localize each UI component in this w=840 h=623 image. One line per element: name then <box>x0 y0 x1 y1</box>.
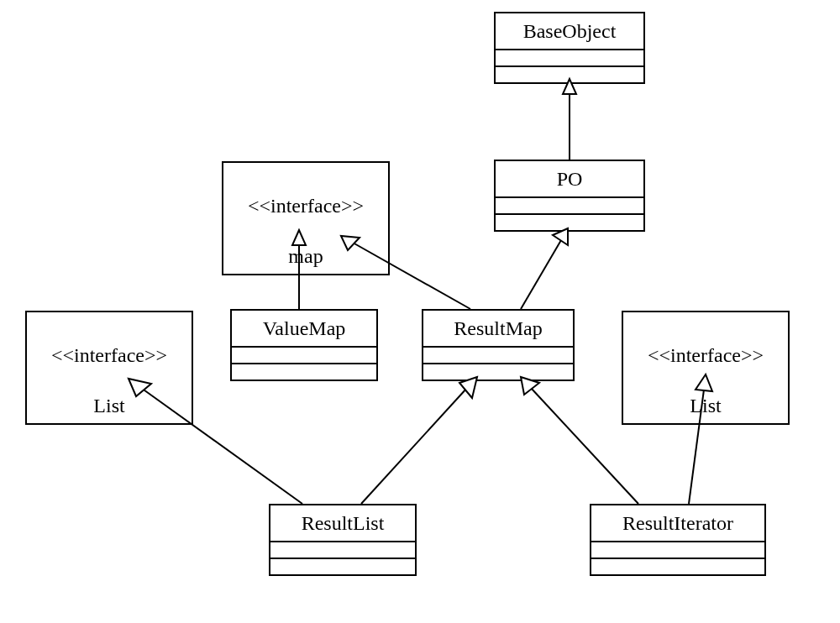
class-op-compartment <box>423 363 573 380</box>
class-attr-compartment <box>232 346 376 363</box>
class-attr-compartment <box>423 346 573 363</box>
interface-title: <<interface>> map <box>223 163 388 274</box>
class-node-baseobject: BaseObject <box>494 12 645 84</box>
interface-node-list-right: <<interface>> List <box>622 311 790 425</box>
class-op-compartment <box>496 213 643 230</box>
interface-name: List <box>690 395 721 416</box>
interface-title: <<interface>> List <box>623 312 788 423</box>
interface-node-list-left: <<interface>> List <box>25 311 193 425</box>
class-attr-compartment <box>496 196 643 213</box>
svg-line-10 <box>361 388 467 504</box>
class-attr-compartment <box>496 49 643 65</box>
class-node-resultiterator: ResultIterator <box>590 504 766 576</box>
interface-node-map: <<interface>> map <box>222 161 390 275</box>
class-attr-compartment <box>270 541 415 558</box>
class-op-compartment <box>591 558 764 574</box>
class-title: ResultList <box>270 505 415 541</box>
stereotype-label: <<interface>> <box>51 344 167 366</box>
interface-title: <<interface>> List <box>27 312 192 423</box>
class-node-resultlist: ResultList <box>269 504 417 576</box>
class-node-resultmap: ResultMap <box>422 309 575 381</box>
class-title: ValueMap <box>232 311 376 346</box>
class-op-compartment <box>270 558 415 574</box>
class-title: ResultMap <box>423 311 573 346</box>
class-op-compartment <box>232 363 376 380</box>
svg-line-6 <box>521 240 561 309</box>
class-op-compartment <box>496 65 643 82</box>
diagram-canvas: { "nodes": { "baseObject": { "title": "B… <box>0 0 840 623</box>
class-title: PO <box>496 161 643 196</box>
class-attr-compartment <box>591 541 764 558</box>
interface-name: map <box>288 245 323 267</box>
interface-name: List <box>93 395 124 416</box>
class-node-po: PO <box>494 160 645 232</box>
stereotype-label: <<interface>> <box>248 195 364 217</box>
class-title: ResultIterator <box>591 505 764 541</box>
class-node-valuemap: ValueMap <box>230 309 378 381</box>
class-title: BaseObject <box>496 13 643 49</box>
stereotype-label: <<interface>> <box>648 344 764 366</box>
